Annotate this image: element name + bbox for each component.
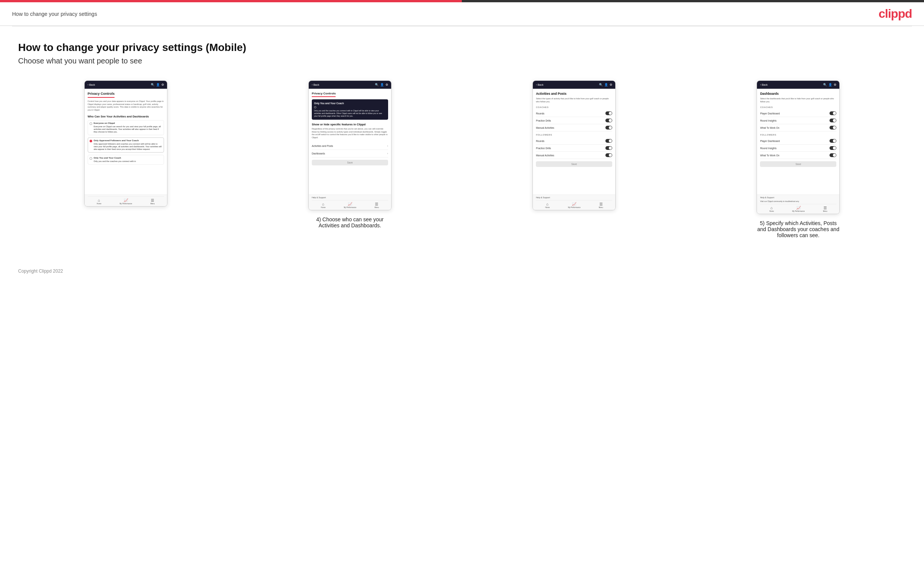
phone3-title: Activities and Posts (536, 92, 612, 95)
user-icon[interactable]: 👤 (156, 83, 160, 87)
phone-mockup-1: ‹ Back 🔍 👤 ⚙ Privacy Controls Control ho… (84, 81, 167, 206)
search-icon[interactable]: 🔍 (151, 83, 155, 87)
phone3-followers-drills: Practice Drills (536, 145, 612, 152)
search-icon[interactable]: 🔍 (823, 83, 827, 87)
followers-what-to-work-toggle[interactable] (830, 153, 836, 157)
phone-mockup-3: ‹ Back 🔍 👤 ⚙ Activities and Posts Select… (533, 81, 615, 210)
phone3-nav-performance[interactable]: 📈 My Performance (568, 202, 580, 208)
main-content: How to change your privacy settings (Mob… (0, 26, 924, 261)
coaches-rounds-label: Rounds (536, 112, 544, 115)
phone4-header: ‹ Back 🔍 👤 ⚙ (757, 81, 839, 89)
phone2-activities-item[interactable]: Activities and Posts › (312, 142, 388, 150)
followers-rounds-label: Rounds (536, 140, 544, 142)
phone3-nav-home[interactable]: ⌂ Home (545, 202, 549, 208)
phone2-nav-home[interactable]: ⌂ Home (321, 202, 325, 208)
user-icon[interactable]: 👤 (604, 83, 608, 87)
performance-label: My Performance (344, 206, 356, 208)
menu-icon: ☰ (599, 202, 603, 206)
phone4-back[interactable]: ‹ Back (760, 84, 767, 86)
phone2-tab-active[interactable]: Privacy Controls (312, 92, 336, 97)
phone4-followers-what-to-work: What To Work On (760, 152, 836, 159)
settings-icon[interactable]: ⚙ (834, 83, 836, 87)
followers-manual-label: Manual Activities (536, 154, 554, 157)
phone2-back[interactable]: ‹ Back (312, 84, 319, 86)
phone2-nav-menu[interactable]: ☰ Menu (375, 202, 379, 208)
phone1-back[interactable]: ‹ Back (88, 84, 95, 86)
phone4-followers-label: FOLLOWERS (760, 134, 836, 136)
coaches-round-insights-toggle[interactable] (830, 119, 836, 122)
phone3-followers-label: FOLLOWERS (536, 134, 612, 136)
page-footer: Copyright Clippd 2022 (0, 261, 924, 281)
phone2-help-support: Help & Support (312, 197, 388, 198)
phone1-nav-menu[interactable]: ☰ Menu (150, 198, 155, 205)
menu-icon: ☰ (151, 198, 154, 202)
menu-icon: ☰ (375, 202, 378, 206)
phone3-back[interactable]: ‹ Back (536, 84, 543, 86)
tooltip-radio (314, 106, 386, 108)
copyright: Copyright Clippd 2022 (18, 269, 63, 274)
followers-rounds-toggle[interactable] (606, 139, 612, 143)
menu-icon: ☰ (824, 206, 827, 210)
search-icon[interactable]: 🔍 (375, 83, 379, 87)
radio-approved-text: Only Approved Followers and Your Coach O… (94, 139, 162, 151)
coaches-drills-label: Practice Drills (536, 119, 551, 122)
phone2-header: ‹ Back 🔍 👤 ⚙ (309, 81, 391, 89)
followers-manual-toggle[interactable] (606, 153, 612, 157)
settings-icon[interactable]: ⚙ (162, 83, 164, 87)
phones-row: ‹ Back 🔍 👤 ⚙ Privacy Controls Control ho… (18, 81, 906, 238)
coaches-rounds-toggle[interactable] (606, 111, 612, 115)
dashboards-label: Dashboards (312, 152, 325, 155)
radio-coachonly[interactable]: Only You and Your Coach Only you and the… (88, 155, 164, 164)
phone3-nav-menu[interactable]: ☰ Menu (599, 202, 603, 208)
phone3-coaches-drills: Practice Drills (536, 117, 612, 124)
phone4-coaches-player-dash: Player Dashboard (760, 110, 836, 117)
phone3-followers-rounds: Rounds (536, 137, 612, 145)
page-heading: How to change your privacy settings (Mob… (18, 42, 906, 54)
search-icon[interactable]: 🔍 (599, 83, 603, 87)
radio-coachonly-circle (90, 157, 92, 160)
coaches-what-to-work-toggle[interactable] (830, 126, 836, 129)
phone2-showhide-title: Show or hide specific features in Clippd (312, 123, 388, 126)
phone-group-1: ‹ Back 🔍 👤 ⚙ Privacy Controls Control ho… (18, 81, 233, 206)
phone1-section-title: Privacy Controls (88, 92, 115, 98)
menu-label: Menu (599, 206, 603, 208)
phone2-save-btn[interactable]: Save (312, 160, 388, 165)
phone1-nav-home[interactable]: ⌂ Home (97, 198, 101, 205)
radio-everyone[interactable]: Everyone on Clippd Everyone on Clippd ca… (88, 120, 164, 135)
top-bar: How to change your privacy settings clip… (0, 0, 924, 26)
followers-drills-toggle[interactable] (606, 146, 612, 150)
phone1-nav-performance[interactable]: 📈 My Performance (120, 198, 132, 205)
phone4-nav-home[interactable]: ⌂ Home (769, 206, 774, 212)
performance-icon: 📈 (796, 206, 801, 210)
home-label: Home (545, 206, 549, 208)
phone2-showhide-desc: Regardless of the privacy controls that … (312, 127, 388, 139)
user-icon[interactable]: 👤 (380, 83, 384, 87)
phone3-description: Select the types of activity that you'd … (536, 97, 612, 103)
home-icon: ⌂ (546, 202, 548, 206)
coaches-manual-toggle[interactable] (606, 126, 612, 129)
coaches-player-dash-toggle[interactable] (830, 111, 836, 115)
followers-player-dash-toggle[interactable] (830, 139, 836, 143)
phone4-title: Dashboards (760, 92, 836, 95)
radio-everyone-circle (90, 122, 92, 125)
phone2-body: Privacy Controls Only You and Your Coach… (309, 89, 391, 195)
user-icon[interactable]: 👤 (829, 83, 832, 87)
phone3-save-btn[interactable]: Save (536, 161, 612, 167)
radio-approved[interactable]: Only Approved Followers and Your Coach O… (88, 137, 164, 153)
followers-round-insights-toggle[interactable] (830, 146, 836, 150)
coaches-manual-label: Manual Activities (536, 126, 554, 129)
coaches-drills-toggle[interactable] (606, 119, 612, 122)
phone4-nav-menu[interactable]: ☰ Menu (823, 206, 827, 212)
radio-approved-circle (90, 140, 92, 142)
phone2-nav-performance[interactable]: 📈 My Performance (344, 202, 356, 208)
home-icon: ⌂ (322, 202, 324, 206)
phone2-dashboards-item[interactable]: Dashboards › (312, 150, 388, 158)
phone3-body: Activities and Posts Select the types of… (533, 89, 615, 195)
settings-icon[interactable]: ⚙ (386, 83, 388, 87)
phone4-save-btn[interactable]: Save (760, 161, 836, 167)
phone2-footer: Help & Support ⌂ Home 📈 My Performance ☰ (309, 195, 391, 210)
menu-label: Menu (375, 206, 379, 208)
settings-icon[interactable]: ⚙ (610, 83, 612, 87)
home-icon: ⌂ (98, 198, 100, 202)
phone4-nav-performance[interactable]: 📈 My Performance (792, 206, 804, 212)
